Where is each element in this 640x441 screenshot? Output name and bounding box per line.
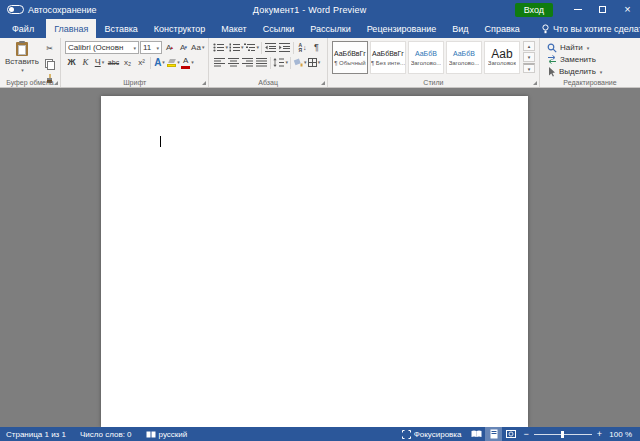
minimize-button[interactable] bbox=[565, 0, 590, 19]
autosave-control[interactable]: Автосохранение bbox=[0, 5, 105, 15]
multilevel-list-button[interactable]: ▾ bbox=[244, 41, 259, 54]
minimize-icon bbox=[574, 9, 582, 10]
read-mode-icon bbox=[471, 430, 482, 438]
find-label: Найти bbox=[560, 43, 583, 52]
styles-gallery-more-button[interactable]: ▾ bbox=[523, 63, 535, 73]
close-button[interactable]: × bbox=[615, 0, 640, 19]
multilevel-list-icon bbox=[244, 43, 255, 52]
tab-file[interactable]: Файл bbox=[0, 19, 46, 38]
align-right-button[interactable] bbox=[241, 56, 254, 69]
italic-button[interactable]: К bbox=[79, 56, 92, 69]
styles-group: АаБбВвГг ¶ Обычный АаБбВвГг ¶ Без инте..… bbox=[328, 38, 540, 87]
copy-button[interactable] bbox=[43, 57, 56, 70]
tell-me-label: Что вы хотите сделать? bbox=[553, 24, 640, 34]
language-status[interactable]: русский bbox=[139, 430, 195, 439]
paragraph-separator bbox=[261, 42, 262, 54]
find-button[interactable]: Найти ▾ bbox=[544, 42, 636, 53]
font-size-combo[interactable]: 11 ▾ bbox=[140, 41, 162, 54]
gallery-more-icon: ▾ bbox=[528, 66, 531, 72]
show-paragraph-marks-button[interactable]: ¶ bbox=[310, 41, 323, 54]
tab-mailings[interactable]: Рассылки bbox=[302, 19, 358, 38]
increase-indent-button[interactable] bbox=[278, 41, 291, 54]
read-mode-button[interactable] bbox=[468, 427, 485, 441]
zoom-slider[interactable] bbox=[534, 434, 592, 435]
tab-design[interactable]: Конструктор bbox=[146, 19, 213, 38]
shrink-font-arrow-icon: ▾ bbox=[184, 45, 187, 50]
paste-label: Вставить bbox=[5, 57, 39, 66]
strikethrough-button[interactable]: abc bbox=[107, 56, 120, 69]
styles-group-label: Стили bbox=[328, 79, 539, 86]
zoom-in-button[interactable]: + bbox=[597, 430, 602, 439]
shading-dropdown-icon: ▾ bbox=[304, 60, 307, 65]
tab-home[interactable]: Главная bbox=[46, 19, 96, 38]
tell-me-box[interactable]: Что вы хотите сделать? bbox=[542, 19, 640, 38]
style-heading-1[interactable]: АаБбВ Заголово... bbox=[408, 41, 444, 74]
clipboard-dialog-launcher-icon[interactable] bbox=[54, 81, 58, 85]
tab-review[interactable]: Рецензирование bbox=[359, 19, 445, 38]
subscript-button[interactable]: x₂ bbox=[121, 56, 134, 69]
change-case-button[interactable]: Аа▾ bbox=[191, 41, 204, 54]
style-name: Заголово... bbox=[411, 60, 442, 66]
tab-view[interactable]: Вид bbox=[444, 19, 476, 38]
superscript-button[interactable]: x² bbox=[135, 56, 148, 69]
maximize-button[interactable] bbox=[590, 0, 615, 19]
font-separator bbox=[150, 57, 151, 69]
styles-dialog-launcher-icon[interactable] bbox=[533, 81, 537, 85]
shrink-font-button[interactable]: А▾ bbox=[177, 41, 190, 54]
tab-help[interactable]: Справка bbox=[477, 19, 528, 38]
document-page[interactable] bbox=[101, 96, 528, 427]
font-name-combo[interactable]: Calibri (Основн ▾ bbox=[65, 41, 139, 54]
style-title[interactable]: Aab Заголовок bbox=[484, 41, 520, 74]
web-layout-button[interactable] bbox=[502, 427, 519, 441]
decrease-indent-button[interactable] bbox=[264, 41, 277, 54]
print-layout-button[interactable] bbox=[485, 427, 502, 441]
zoom-level-button[interactable]: 100 % bbox=[606, 430, 634, 439]
replace-button[interactable]: Заменить bbox=[544, 54, 636, 65]
tab-insert[interactable]: Вставка bbox=[96, 19, 145, 38]
paste-clipboard-icon bbox=[16, 42, 28, 56]
font-dialog-launcher-icon[interactable] bbox=[202, 81, 206, 85]
style-preview: АаБбВ bbox=[453, 49, 475, 59]
style-name: ¶ Без инте... bbox=[371, 60, 405, 66]
style-heading-2[interactable]: АаБбВ Заголово... bbox=[446, 41, 482, 74]
bullets-button[interactable]: ▾ bbox=[213, 41, 228, 54]
font-color-dropdown-icon: ▾ bbox=[191, 60, 194, 65]
page-number-status[interactable]: Страница 1 из 1 bbox=[6, 430, 73, 439]
sort-button[interactable]: АЯ ↓ bbox=[296, 41, 309, 54]
grow-font-arrow-icon: ▴ bbox=[170, 45, 173, 50]
print-layout-icon bbox=[490, 429, 498, 439]
grow-font-button[interactable]: А▴ bbox=[163, 41, 176, 54]
align-left-button[interactable] bbox=[213, 56, 226, 69]
sign-in-button[interactable]: Вход bbox=[515, 3, 553, 17]
font-group: Calibri (Основн ▾ 11 ▾ А▴ А▾ Аа▾ Ж К Ч▾ … bbox=[61, 38, 209, 87]
tab-layout[interactable]: Макет bbox=[213, 19, 254, 38]
style-normal[interactable]: АаБбВвГг ¶ Обычный bbox=[332, 41, 368, 74]
bold-button[interactable]: Ж bbox=[65, 56, 78, 69]
select-button[interactable]: Выделить ▾ bbox=[544, 66, 636, 77]
window-title: Документ1 - Word Preview bbox=[105, 5, 515, 15]
align-left-icon bbox=[214, 58, 225, 67]
tab-references[interactable]: Ссылки bbox=[255, 19, 303, 38]
paragraph-dialog-launcher-icon[interactable] bbox=[321, 81, 325, 85]
underline-button[interactable]: Ч▾ bbox=[93, 56, 106, 69]
autosave-toggle[interactable] bbox=[7, 5, 24, 14]
style-no-spacing[interactable]: АаБбВвГг ¶ Без инте... bbox=[370, 41, 406, 74]
styles-scroll-down-button[interactable]: ▾ bbox=[523, 52, 535, 62]
focus-icon bbox=[402, 430, 411, 439]
focus-mode-button[interactable]: Фокусировка bbox=[395, 430, 469, 439]
align-center-button[interactable] bbox=[227, 56, 240, 69]
line-spacing-button[interactable]: ▾ bbox=[273, 56, 288, 69]
numbering-button[interactable]: ▾ bbox=[229, 41, 244, 54]
font-color-button[interactable]: А▾ bbox=[181, 56, 194, 69]
justify-button[interactable] bbox=[255, 56, 268, 69]
styles-scroll-up-button[interactable]: ▴ bbox=[523, 41, 535, 51]
shading-button[interactable]: ▾ bbox=[293, 56, 307, 69]
zoom-slider-thumb[interactable] bbox=[561, 431, 564, 438]
word-count-status[interactable]: Число слов: 0 bbox=[73, 430, 139, 439]
text-effects-button[interactable]: А▾ bbox=[153, 56, 166, 69]
font-size-value: 11 bbox=[143, 43, 151, 52]
zoom-out-button[interactable]: − bbox=[523, 430, 528, 439]
cut-button[interactable]: ✂ bbox=[43, 42, 56, 55]
borders-button[interactable]: ▾ bbox=[307, 56, 320, 69]
highlight-color-button[interactable]: ▾ bbox=[167, 56, 180, 69]
